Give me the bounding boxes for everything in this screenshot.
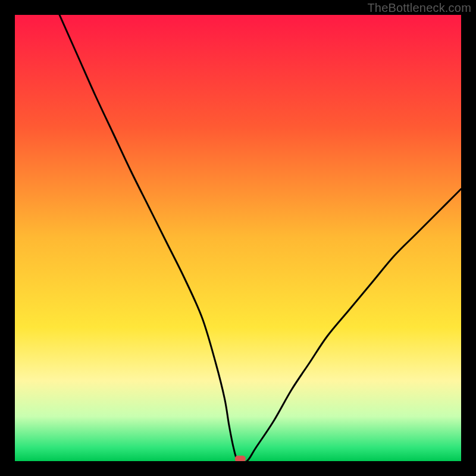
watermark-text: TheBottleneck.com [367, 1, 471, 15]
chart-plot-area [15, 15, 461, 461]
chart-frame: TheBottleneck.com [0, 0, 476, 476]
chart-background-gradient [15, 15, 461, 461]
chart-svg [15, 15, 461, 461]
optimum-marker [235, 456, 246, 461]
